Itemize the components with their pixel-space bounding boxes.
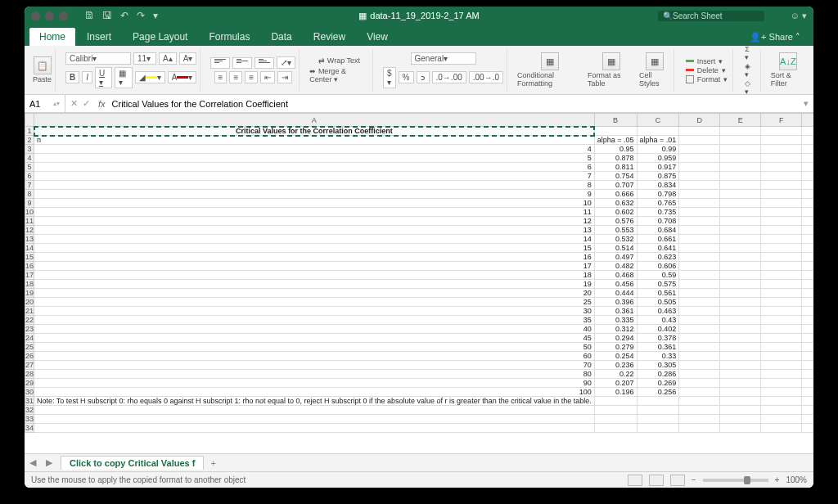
row-header[interactable]: 3 bbox=[25, 145, 34, 154]
cell[interactable]: 12 bbox=[34, 217, 595, 226]
row-header[interactable]: 18 bbox=[25, 280, 34, 289]
cell[interactable]: 100 bbox=[34, 388, 595, 397]
comma-icon[interactable]: ͻ bbox=[417, 71, 430, 83]
row-header[interactable]: 16 bbox=[25, 262, 34, 271]
row-header[interactable]: 11 bbox=[25, 217, 34, 226]
cell[interactable]: 0.99 bbox=[637, 145, 679, 154]
cell[interactable]: 35 bbox=[34, 316, 595, 325]
cell[interactable]: 0.684 bbox=[637, 226, 679, 235]
increase-indent-icon[interactable]: ⇥ bbox=[277, 71, 292, 83]
cell[interactable]: 50 bbox=[34, 343, 595, 352]
cell[interactable]: 0.606 bbox=[637, 262, 679, 271]
sheet-nav-prev-icon[interactable]: ◀ bbox=[25, 457, 41, 468]
cell[interactable]: 0.463 bbox=[637, 307, 679, 316]
percent-icon[interactable]: % bbox=[399, 71, 414, 83]
row-header[interactable]: 14 bbox=[25, 244, 34, 253]
column-header[interactable]: C bbox=[637, 114, 679, 127]
tab-page-layout[interactable]: Page Layout bbox=[123, 28, 197, 46]
fill-color-button[interactable]: ◢▾ bbox=[135, 71, 165, 83]
accept-formula-icon[interactable]: ✓ bbox=[83, 98, 90, 109]
window-controls[interactable] bbox=[31, 11, 68, 20]
cell[interactable]: 0.22 bbox=[594, 370, 637, 379]
cell[interactable]: 60 bbox=[34, 352, 595, 361]
zoom-slider[interactable] bbox=[703, 479, 768, 482]
cell[interactable]: 30 bbox=[34, 307, 595, 316]
name-box[interactable]: A1 ▴▾ bbox=[25, 95, 65, 112]
cell[interactable]: 0.361 bbox=[594, 307, 637, 316]
cell[interactable]: 0.754 bbox=[594, 172, 637, 181]
row-header[interactable]: 6 bbox=[25, 172, 34, 181]
zoom-in-icon[interactable]: + bbox=[775, 475, 780, 484]
row-header[interactable]: 21 bbox=[25, 307, 34, 316]
row-header[interactable]: 33 bbox=[25, 415, 34, 424]
cell[interactable]: 0.811 bbox=[594, 163, 637, 172]
cell[interactable]: 20 bbox=[34, 289, 595, 298]
column-header[interactable]: A bbox=[34, 114, 595, 127]
row-header[interactable]: 10 bbox=[25, 208, 34, 217]
number-format-select[interactable]: General ▾ bbox=[411, 52, 476, 65]
tab-insert[interactable]: Insert bbox=[77, 28, 121, 46]
cell[interactable]: 0.207 bbox=[594, 379, 637, 388]
cell[interactable]: 7 bbox=[34, 172, 595, 181]
cell[interactable]: 0.875 bbox=[637, 172, 679, 181]
cell[interactable]: 0.661 bbox=[637, 235, 679, 244]
cell[interactable]: 0.95 bbox=[594, 145, 637, 154]
cell[interactable]: 0.254 bbox=[594, 352, 637, 361]
search-sheet[interactable]: 🔍 Search Sheet bbox=[658, 11, 764, 21]
cell[interactable]: 6 bbox=[34, 163, 595, 172]
cell[interactable]: 90 bbox=[34, 379, 595, 388]
cell[interactable]: 0.765 bbox=[637, 199, 679, 208]
cell[interactable]: 10 bbox=[34, 199, 595, 208]
cell[interactable]: 0.378 bbox=[637, 334, 679, 343]
column-header[interactable]: G bbox=[802, 114, 813, 127]
cell[interactable]: 0.256 bbox=[637, 388, 679, 397]
fx-icon[interactable]: fx bbox=[95, 99, 109, 109]
cell[interactable]: 11 bbox=[34, 208, 595, 217]
cell[interactable]: 0.505 bbox=[637, 298, 679, 307]
cell[interactable]: 0.335 bbox=[594, 316, 637, 325]
font-color-button[interactable]: A▾ bbox=[168, 71, 197, 83]
cell[interactable]: 0.236 bbox=[594, 361, 637, 370]
cell[interactable]: 0.561 bbox=[637, 289, 679, 298]
cell[interactable]: 0.361 bbox=[637, 343, 679, 352]
save-icon[interactable]: 🖺 bbox=[84, 10, 94, 21]
cell[interactable]: 0.402 bbox=[637, 325, 679, 334]
cell[interactable]: 0.196 bbox=[594, 388, 637, 397]
cell[interactable]: 17 bbox=[34, 262, 595, 271]
underline-button[interactable]: U ▾ bbox=[95, 67, 112, 88]
merge-center-button[interactable]: ⬌ Merge & Center ▾ bbox=[309, 67, 369, 83]
cell[interactable]: 0.294 bbox=[594, 334, 637, 343]
redo-icon[interactable]: ↷ bbox=[137, 10, 145, 21]
cell[interactable]: 0.917 bbox=[637, 163, 679, 172]
row-header[interactable]: 29 bbox=[25, 379, 34, 388]
row-header[interactable]: 24 bbox=[25, 334, 34, 343]
cell[interactable]: 70 bbox=[34, 361, 595, 370]
cell[interactable]: alpha = .05 bbox=[594, 136, 637, 145]
row-header[interactable]: 5 bbox=[25, 163, 34, 172]
row-header[interactable]: 7 bbox=[25, 181, 34, 190]
zoom-level[interactable]: 100% bbox=[786, 475, 807, 484]
cell[interactable]: 0.878 bbox=[594, 154, 637, 163]
row-header[interactable]: 30 bbox=[25, 388, 34, 397]
expand-formula-bar-icon[interactable]: ▾ bbox=[799, 98, 813, 109]
cell[interactable]: 45 bbox=[34, 334, 595, 343]
row-header[interactable]: 22 bbox=[25, 316, 34, 325]
decrease-decimal-icon[interactable]: .00→.0 bbox=[469, 71, 503, 83]
cell[interactable]: 0.59 bbox=[637, 271, 679, 280]
cell[interactable]: 0.575 bbox=[637, 280, 679, 289]
cell[interactable]: 0.43 bbox=[637, 316, 679, 325]
tab-formulas[interactable]: Formulas bbox=[199, 28, 259, 46]
row-header[interactable]: 9 bbox=[25, 199, 34, 208]
share-button[interactable]: 👤+ Share ˄ bbox=[741, 29, 809, 46]
cell[interactable]: 0.735 bbox=[637, 208, 679, 217]
format-cells-button[interactable]: Format ▾ bbox=[684, 75, 730, 83]
row-header[interactable]: 15 bbox=[25, 253, 34, 262]
decrease-indent-icon[interactable]: ⇤ bbox=[260, 71, 275, 83]
cell[interactable]: 0.602 bbox=[594, 208, 637, 217]
cell[interactable]: 0.576 bbox=[594, 217, 637, 226]
cell[interactable]: 0.532 bbox=[594, 235, 637, 244]
feedback-icon[interactable]: ☺ ▾ bbox=[791, 11, 807, 21]
cell[interactable]: 0.444 bbox=[594, 289, 637, 298]
delete-cells-button[interactable]: Delete ▾ bbox=[684, 66, 730, 74]
cell[interactable]: 0.286 bbox=[637, 370, 679, 379]
